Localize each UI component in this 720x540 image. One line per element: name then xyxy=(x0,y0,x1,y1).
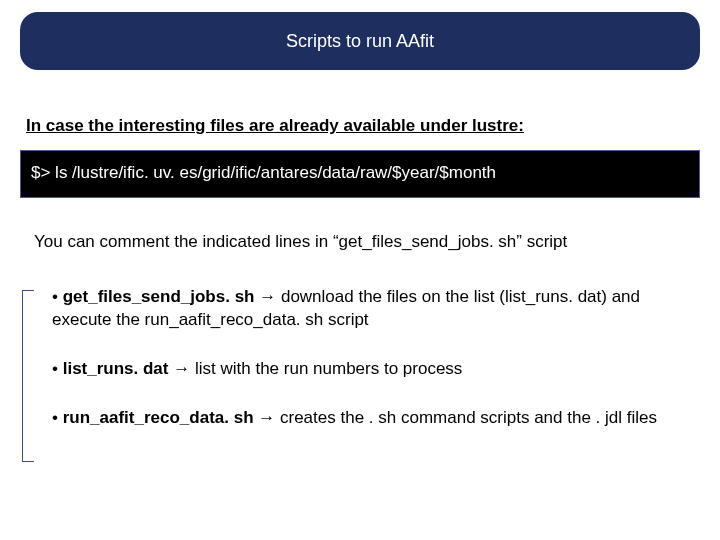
bullet-arrow: → xyxy=(254,408,280,427)
bullets-list: • get_files_send_jobs. sh → download the… xyxy=(36,286,686,456)
list-item: • run_aafit_reco_data. sh → creates the … xyxy=(36,407,686,430)
bullet-desc: list with the run numbers to process xyxy=(195,359,462,378)
command-text: $> ls /lustre/ific. uv. es/grid/ific/ant… xyxy=(31,163,496,182)
bullet-arrow: → xyxy=(169,359,195,378)
command-box: $> ls /lustre/ific. uv. es/grid/ific/ant… xyxy=(20,150,700,198)
list-item: • get_files_send_jobs. sh → download the… xyxy=(36,286,686,332)
bullet-desc: creates the . sh command scripts and the… xyxy=(280,408,657,427)
page-title: Scripts to run AAfit xyxy=(286,31,434,52)
title-box: Scripts to run AAfit xyxy=(20,12,700,70)
bullet-name: run_aafit_reco_data. sh xyxy=(63,408,254,427)
bracket-decoration xyxy=(22,290,34,462)
intro-text: In case the interesting files are alread… xyxy=(26,116,524,136)
bullet-arrow: → xyxy=(254,287,280,306)
list-item: • list_runs. dat → list with the run num… xyxy=(36,358,686,381)
bullet-name: get_files_send_jobs. sh xyxy=(63,287,255,306)
note-text: You can comment the indicated lines in “… xyxy=(34,232,567,252)
bullet-name: list_runs. dat xyxy=(63,359,169,378)
